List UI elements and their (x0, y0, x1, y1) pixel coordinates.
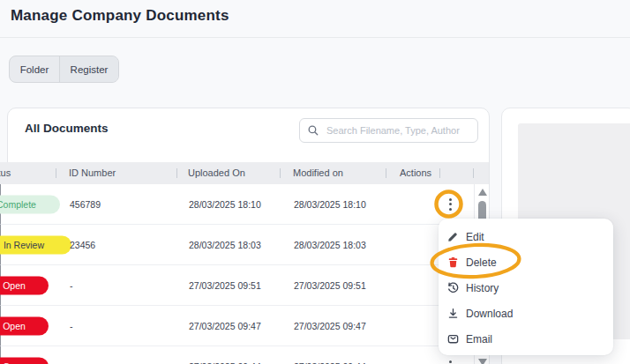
context-menu-label: Email (466, 333, 492, 345)
column-separator (386, 168, 386, 178)
table-row: Open - 27/03/2025 09:47 27/03/2025 09:47 (0, 306, 474, 346)
documents-table-body: Complete 456789 28/03/2025 18:10 28/03/2… (0, 184, 474, 364)
search-input[interactable] (299, 118, 478, 143)
search-box (299, 118, 478, 143)
context-menu-item-edit[interactable]: Edit (439, 224, 613, 249)
column-header-id-number: ID Number (69, 162, 116, 184)
context-menu-label: Delete (466, 256, 497, 269)
column-separator (56, 168, 56, 178)
context-menu-item-history[interactable]: History (439, 275, 613, 301)
history-icon (446, 281, 460, 295)
column-separator (280, 168, 281, 178)
table-row: Complete 456789 28/03/2025 18:10 28/03/2… (0, 184, 474, 225)
context-menu-label: History (466, 282, 499, 294)
scrollbar-up-button triangle-up-icon[interactable] (478, 189, 487, 196)
column-separator (176, 168, 177, 178)
status-badge: In Review (0, 235, 71, 254)
context-menu-item-delete[interactable]: Delete (439, 249, 613, 275)
search-icon (307, 124, 319, 137)
column-separator (439, 168, 440, 178)
row-actions-context-menu: Edit Delete History (439, 219, 613, 355)
manage-company-documents-page: Manage Company Documents Folder Register… (0, 0, 630, 364)
status-badge: Open (0, 316, 49, 335)
table-header-row: Status ID Number Uploaded On Modified on… (0, 162, 489, 184)
cell-id-number: - (70, 321, 73, 331)
cell-id-number: - (70, 280, 73, 291)
table-row: Open - 27/03/2025 09:51 27/03/2025 09:51 (0, 265, 474, 306)
column-header-actions: Actions (400, 162, 431, 184)
cell-modified-on: 27/03/2025 09:47 (294, 321, 366, 331)
folder-button[interactable]: Folder (10, 56, 59, 82)
scrollbar-down-button triangle-down-icon[interactable] (478, 359, 487, 364)
row-actions-kebab-button[interactable] (444, 196, 456, 213)
context-menu-label: Download (466, 308, 513, 320)
panel-title: All Documents (25, 122, 109, 135)
cell-uploaded-on: 27/03/2025 09:51 (189, 280, 261, 291)
download-icon (446, 307, 460, 321)
table-row: In Review 23456 28/03/2025 18:03 28/03/2… (0, 225, 474, 265)
page-title: Manage Company Documents (11, 7, 229, 25)
cell-uploaded-on: 28/03/2025 18:10 (189, 199, 261, 210)
cell-uploaded-on: 28/03/2025 18:03 (189, 240, 261, 250)
context-menu-label: Edit (466, 231, 484, 243)
status-badge: Open (0, 276, 49, 294)
status-badge: Complete (0, 195, 60, 213)
envelope-icon (446, 332, 460, 346)
column-header-modified-on: Modified on (293, 162, 343, 184)
row-actions-kebab-button[interactable] (444, 358, 456, 364)
cell-modified-on: 27/03/2025 09:51 (294, 280, 366, 291)
cell-id-number: 23456 (70, 240, 95, 250)
cell-uploaded-on: 27/03/2025 09:47 (189, 321, 261, 331)
table-row: Open - 27/03/2025 09:44 27/03/2025 09:44 (0, 346, 474, 364)
context-menu-item-download[interactable]: Download (439, 301, 613, 326)
view-toggle: Folder Register (9, 56, 119, 83)
column-header-status: Status (0, 162, 11, 184)
cell-id-number: 456789 (70, 199, 101, 210)
cell-modified-on: 28/03/2025 18:03 (294, 240, 366, 250)
header-divider (0, 37, 630, 38)
register-button[interactable]: Register (59, 56, 118, 82)
cell-modified-on: 28/03/2025 18:10 (294, 199, 366, 210)
context-menu-item-email[interactable]: Email (439, 326, 613, 352)
status-badge: Open (0, 358, 49, 364)
column-separator (473, 168, 474, 178)
pencil-icon (446, 230, 460, 244)
trash-icon (446, 256, 460, 270)
column-header-uploaded-on: Uploaded On (188, 162, 245, 184)
